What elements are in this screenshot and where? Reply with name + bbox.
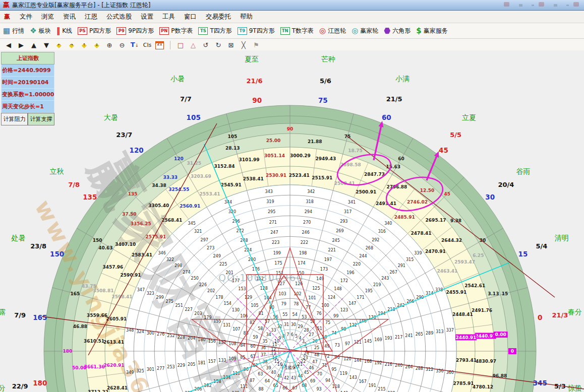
spiral-number: 295 bbox=[268, 210, 275, 214]
scale-up-button[interactable]: ▲ bbox=[29, 41, 38, 50]
menu-items: 文件浏览资讯江恩公式选股设置工具窗口交易委托帮助 bbox=[15, 12, 257, 22]
degree-label: 45 bbox=[444, 191, 451, 197]
toolbar-button-quotes[interactable]: ▦行情 bbox=[3, 27, 24, 35]
percent-label: 33.33 bbox=[163, 175, 177, 180]
toolbar-button-winner-wheel[interactable]: ◎赢家轮 bbox=[352, 27, 378, 35]
toolbar-button-9t-square[interactable]: T99T四方形 bbox=[238, 27, 275, 35]
rect-tool-button[interactable]: □ bbox=[176, 41, 185, 50]
menu-item-tools[interactable]: 工具 bbox=[158, 12, 180, 22]
move-down-button[interactable]: ◆↓ bbox=[92, 41, 101, 50]
calendar-tool-button[interactable]: 21 bbox=[155, 41, 164, 49]
spiral-number: 172 bbox=[340, 279, 348, 283]
triangle-tool-button[interactable]: △ bbox=[189, 41, 198, 50]
inner-price-label: 2575.91 bbox=[145, 234, 166, 239]
move-up-button[interactable]: ◆↑ bbox=[80, 41, 89, 50]
spiral-number: 45 bbox=[304, 370, 309, 375]
flag-tool-button[interactable]: ⚑ bbox=[252, 41, 261, 50]
inner-price-label: 2628.41 bbox=[107, 385, 128, 390]
cross-tool-button[interactable]: ╳ bbox=[239, 41, 248, 50]
spiral-number: 250 bbox=[191, 276, 199, 281]
toolbar-button-winner-service[interactable]: $赢家服务 bbox=[416, 27, 447, 35]
degree-label: 180 bbox=[63, 349, 73, 354]
toolbar-button-p-square[interactable]: PSP四方形 bbox=[78, 27, 111, 35]
spiral-number: 33 bbox=[271, 328, 276, 333]
percent-label: 43.75 bbox=[82, 284, 96, 289]
spiral-number: 39 bbox=[266, 366, 271, 370]
toolbar-button-label: 行情 bbox=[12, 27, 24, 35]
menu-item-trade-entrust[interactable]: 交易委托 bbox=[201, 12, 236, 22]
toolbar-button-label: P四方形 bbox=[89, 27, 111, 35]
calc-resistance-button[interactable]: 计算阻力 bbox=[1, 113, 28, 125]
menu-item-settings[interactable]: 设置 bbox=[136, 12, 158, 22]
inner-price-label: 2793.41 bbox=[456, 358, 477, 363]
zoom-out-button[interactable]: ⊖ bbox=[118, 41, 127, 50]
gann-wheel-chart[interactable]: 赢家财富网www.yingjia360.comQQ:10030036012345… bbox=[0, 50, 584, 392]
toolbar-button-gann-wheel[interactable]: ◎江恩轮 bbox=[319, 27, 346, 35]
toolbar-button-9p-square[interactable]: P99P四方形 bbox=[116, 27, 154, 35]
spiral-number: 167 bbox=[359, 379, 366, 384]
menu-item-file[interactable]: 文件 bbox=[15, 12, 37, 22]
spiral-number: 271 bbox=[269, 220, 277, 225]
spiral-number: 76 bbox=[316, 311, 321, 316]
scale-down-button[interactable]: ▼ bbox=[42, 41, 51, 50]
outer-price-label: 2746.02 bbox=[407, 200, 428, 205]
calc-support-button[interactable]: 计算支撑 bbox=[28, 113, 54, 125]
outer-degree-label: 105 bbox=[187, 113, 201, 121]
solar-term-date: 5/4 bbox=[536, 242, 547, 250]
toolbar-button-hexagon[interactable]: 六角形 bbox=[384, 27, 411, 35]
move-right-button[interactable]: ◆→ bbox=[67, 41, 76, 50]
cls-tool-button[interactable]: Cls bbox=[143, 41, 152, 50]
toolbar-button-t-number-table[interactable]: TNT数字表 bbox=[280, 27, 314, 35]
solar-term-name: 白露 bbox=[0, 308, 6, 316]
menu-item-formula-stock-picking[interactable]: 公式选股 bbox=[102, 12, 136, 22]
spiral-number: 341 bbox=[348, 200, 356, 205]
solar-term-date: 7/7 bbox=[180, 95, 192, 103]
menu-item-browse[interactable]: 浏览 bbox=[37, 12, 59, 22]
menu-item-news[interactable]: 资讯 bbox=[59, 12, 80, 22]
spiral-number: 245 bbox=[332, 238, 339, 243]
spiral-number: 221 bbox=[328, 248, 336, 252]
toolbar-button-p-number-table[interactable]: PNP数字表 bbox=[159, 27, 193, 35]
gann-wheel-canvas[interactable]: 赢家财富网www.yingjia360.comQQ:10030036012345… bbox=[0, 50, 584, 392]
solar-term-name: 立夏 bbox=[462, 113, 476, 121]
move-left-button[interactable]: ◆← bbox=[54, 41, 64, 50]
outer-degree-label: 120 bbox=[130, 146, 144, 154]
nav-prev-button[interactable]: ◀ bbox=[4, 41, 13, 50]
zoom-in-button[interactable]: ⊕ bbox=[105, 41, 114, 50]
toolbar-button-t-square[interactable]: TST四方形 bbox=[198, 27, 231, 35]
menu-item-window[interactable]: 窗口 bbox=[180, 12, 201, 22]
percent-label: 12.50 bbox=[420, 188, 434, 193]
solar-term-date: 23/8 bbox=[30, 242, 46, 250]
spiral-number: 323 bbox=[147, 291, 154, 296]
spiral-number: 215 bbox=[378, 387, 385, 391]
rotate-cw-tool-button[interactable]: ↻ bbox=[214, 41, 223, 50]
spiral-number: 29 bbox=[298, 324, 303, 329]
sort-tool-button[interactable]: T↓ bbox=[130, 40, 139, 50]
spiral-number: 23 bbox=[303, 356, 308, 360]
toolbar-button-sectors[interactable]: ❖板块 bbox=[30, 27, 50, 35]
spiral-number: 131 bbox=[223, 323, 230, 328]
app-logo-icon-small: 赢 bbox=[4, 13, 10, 21]
region-tool-button[interactable]: ⊠ bbox=[226, 41, 236, 50]
menu-item-gann[interactable]: 江恩 bbox=[80, 12, 102, 22]
spiral-number: 125 bbox=[312, 286, 320, 291]
spiral-number: 94 bbox=[325, 378, 330, 383]
spiral-number: 202 bbox=[207, 289, 215, 293]
current-price-label: 0 bbox=[511, 349, 514, 354]
p-number-table-icon: PN bbox=[159, 27, 169, 35]
nav-next-button[interactable]: ▶ bbox=[17, 41, 26, 50]
spiral-number: 273 bbox=[207, 246, 214, 250]
current-price-label: 0.00 bbox=[495, 332, 506, 337]
window-title: 赢家江恩专业版[赢家服务平台] - [上证指数 江恩轮] bbox=[12, 1, 151, 10]
spiral-number: 153 bbox=[238, 287, 246, 291]
inner-price-label: 2530.91 bbox=[266, 173, 286, 178]
menu-item-help[interactable]: 帮助 bbox=[236, 12, 257, 22]
percent-label: 28.13 bbox=[225, 146, 240, 151]
spiral-number: 173 bbox=[320, 267, 328, 272]
rotate-ccw-tool-button[interactable]: ↺ bbox=[201, 41, 210, 50]
main-toolbar: ▦行情❖板块‖K线PSP四方形P99P四方形PNP数字表TST四方形T99T四方… bbox=[0, 23, 584, 39]
toolbar-button-kline[interactable]: ‖K线 bbox=[56, 27, 72, 35]
spiral-number: 246 bbox=[302, 230, 309, 235]
info-row-time: 时间=20190104 bbox=[1, 77, 54, 89]
spiral-number: 241 bbox=[405, 334, 413, 338]
